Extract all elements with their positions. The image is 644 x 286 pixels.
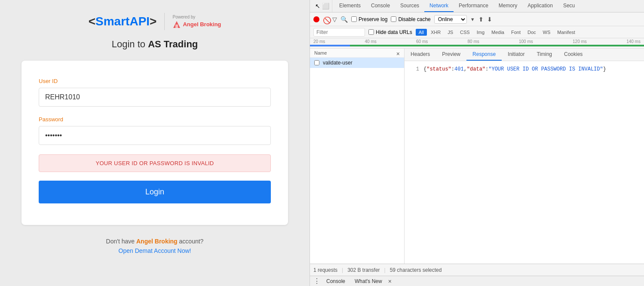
powered-by: Powered by Angel Broking xyxy=(172,15,221,29)
response-json: {"status":401,"data":"YOUR USER ID OR PA… xyxy=(423,65,606,73)
marker-60ms: 60 ms xyxy=(416,39,428,44)
devtools-footer: ⋮ Console What's New × xyxy=(310,276,644,286)
preserve-log-checkbox[interactable] xyxy=(351,16,357,22)
filter-ws[interactable]: WS xyxy=(540,29,554,36)
devtools-panel: ↖ ⬜ Elements Console Sources Network Per… xyxy=(310,0,644,286)
download-icon[interactable]: ⬇ xyxy=(487,16,492,23)
marker-140ms: 140 ms xyxy=(626,39,641,44)
marker-100ms: 100 ms xyxy=(519,39,533,44)
filter-xhr[interactable]: XHR xyxy=(428,29,444,36)
filter-js[interactable]: JS xyxy=(445,29,456,36)
svg-rect-1 xyxy=(175,25,178,28)
requests-count: 1 requests xyxy=(313,267,337,273)
logo-bracket-open: < xyxy=(89,15,95,28)
filter-media[interactable]: Media xyxy=(488,29,507,36)
throttle-select[interactable]: Online Fast 3G Slow 3G xyxy=(434,15,467,24)
footer-tab-close[interactable]: × xyxy=(388,278,392,285)
filter-bar: Hide data URLs All XHR JS CSS Img Media … xyxy=(310,26,644,38)
logo-area: <SmartAPI> Powered by Angel Broking xyxy=(89,13,221,30)
tab-application[interactable]: Application xyxy=(522,0,558,12)
search-icon[interactable]: 🔍 xyxy=(340,16,348,23)
dot-menu[interactable]: ⋮ xyxy=(313,277,320,285)
json-comma-1: , xyxy=(464,66,467,72)
timeline-green-bar xyxy=(310,45,644,46)
device-icon[interactable]: ⬜ xyxy=(322,3,329,9)
detail-tab-cookies[interactable]: Cookies xyxy=(558,49,589,61)
userid-input[interactable] xyxy=(39,88,271,107)
sep-2: | xyxy=(384,267,386,273)
tab-sources[interactable]: Sources xyxy=(395,0,424,12)
json-key-status: "status" xyxy=(426,66,451,72)
tab-memory[interactable]: Memory xyxy=(494,0,522,12)
page-title: Login to AS Trading xyxy=(112,39,198,50)
footer-tabs: Console What's New × xyxy=(322,277,392,285)
filter-icon[interactable]: ▽ xyxy=(332,16,337,23)
response-content: 1 {"status":401,"data":"YOUR USER ID OR … xyxy=(405,61,644,264)
logo-divider xyxy=(164,13,165,30)
tab-network[interactable]: Network xyxy=(424,0,454,12)
timeline-section: 20 ms 40 ms 60 ms 80 ms 100 ms 120 ms 14… xyxy=(310,38,644,49)
filter-img[interactable]: Img xyxy=(474,29,488,36)
record-button[interactable] xyxy=(313,16,319,22)
filter-doc[interactable]: Doc xyxy=(524,29,539,36)
detail-tabs: Headers Preview Response Initiator Timin… xyxy=(405,49,644,61)
network-toolbar: 🚫 ▽ 🔍 Preserve log Disable cache Online … xyxy=(310,12,644,26)
marker-20ms: 20 ms xyxy=(313,39,325,44)
disable-cache-checkbox[interactable] xyxy=(391,16,396,22)
footer-prefix: Don't have xyxy=(106,238,135,245)
network-content: Name × validate-user Headers Preview Res… xyxy=(310,49,644,264)
name-column-header: Name xyxy=(314,50,327,55)
tab-security[interactable]: Secu xyxy=(558,0,580,12)
stop-button[interactable]: 🚫 xyxy=(323,16,329,22)
footer-tab-whatsnew[interactable]: What's New xyxy=(350,277,386,285)
json-colon-1: : xyxy=(451,66,454,72)
marker-80ms: 80 ms xyxy=(468,39,479,44)
timeline-progress xyxy=(310,45,644,46)
devtools-tabs: ↖ ⬜ Elements Console Sources Network Per… xyxy=(310,0,644,12)
timeline-blue-bar xyxy=(310,45,350,46)
filter-font[interactable]: Font xyxy=(508,29,524,36)
detail-tab-headers[interactable]: Headers xyxy=(405,49,436,61)
smartapi-logo: <SmartAPI> xyxy=(89,15,157,28)
network-list-header: Name × xyxy=(310,49,404,58)
chars-selected: 59 characters selected xyxy=(390,267,442,273)
disable-cache-group: Disable cache xyxy=(391,16,430,22)
login-button[interactable]: Login xyxy=(39,181,271,203)
angel-broking-text: Angel Broking xyxy=(183,21,221,28)
json-val-message: "YOUR USER ID OR PASSWORD IS INVALID" xyxy=(488,66,603,72)
filter-input[interactable] xyxy=(313,28,365,37)
marker-40ms: 40 ms xyxy=(365,39,377,44)
devtools-status-bar: 1 requests | 302 B transfer | 59 charact… xyxy=(310,264,644,276)
preserve-log-group: Preserve log xyxy=(351,16,387,22)
transfer-size: 302 B transfer xyxy=(347,267,380,273)
footer-suffix: account? xyxy=(179,238,204,245)
detail-tab-response[interactable]: Response xyxy=(466,49,502,61)
hide-data-urls-checkbox[interactable] xyxy=(368,29,374,35)
angel-logo-icon xyxy=(172,20,181,29)
tab-console[interactable]: Console xyxy=(366,0,395,12)
error-banner: YOUR USER ID OR PASSWORD IS INVALID xyxy=(39,154,271,172)
detail-tab-timing[interactable]: Timing xyxy=(531,49,558,61)
filter-css[interactable]: CSS xyxy=(457,29,473,36)
network-list: Name × validate-user xyxy=(310,49,405,264)
json-val-401: 401 xyxy=(454,66,464,72)
close-detail-button[interactable]: × xyxy=(396,50,400,57)
tab-elements[interactable]: Elements xyxy=(334,0,366,12)
network-list-item[interactable]: validate-user xyxy=(310,58,404,68)
detail-tab-initiator[interactable]: Initiator xyxy=(502,49,531,61)
upload-icon[interactable]: ⬆ xyxy=(478,16,484,23)
demat-account-link[interactable]: Open Demat Account Now! xyxy=(106,247,204,254)
preserve-log-label: Preserve log xyxy=(359,16,387,22)
password-input[interactable] xyxy=(39,126,271,145)
footer-angel-link: Angel Broking xyxy=(136,238,178,245)
sep-1: | xyxy=(342,267,343,273)
hide-data-urls-label: Hide data URLs xyxy=(376,29,412,35)
cursor-icon[interactable]: ↖ xyxy=(315,3,320,9)
item-name: validate-user xyxy=(323,60,353,66)
tab-performance[interactable]: Performance xyxy=(454,0,494,12)
filter-manifest[interactable]: Manifest xyxy=(554,29,578,36)
item-checkbox[interactable] xyxy=(314,60,319,65)
filter-all[interactable]: All xyxy=(416,29,427,36)
footer-tab-console[interactable]: Console xyxy=(322,277,350,285)
detail-tab-preview[interactable]: Preview xyxy=(436,49,466,61)
